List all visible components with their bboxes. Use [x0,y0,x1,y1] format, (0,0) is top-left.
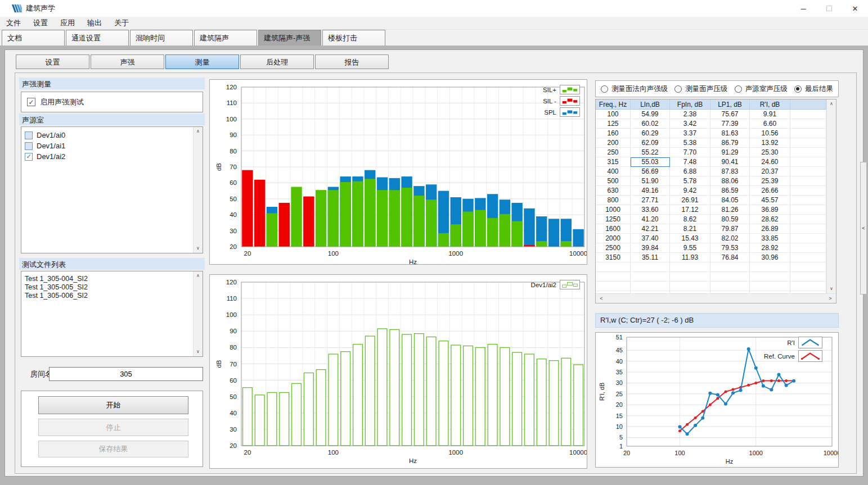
table-cell[interactable]: 1000 [596,205,631,215]
start-button[interactable]: 开始 [38,396,188,414]
close-button[interactable]: ✕ [842,0,868,17]
table-cell[interactable]: 81.26 [710,205,750,215]
table-cell[interactable]: 3150 [596,253,631,262]
scroll-up-icon[interactable]: ∧ [194,271,203,280]
side-panel-collapse-button[interactable]: < [860,162,867,294]
source-room-item[interactable]: ✓Dev1/ai2 [25,151,193,162]
table-cell[interactable]: 55.03 [631,157,670,167]
table-cell[interactable]: 200 [596,138,631,148]
main-tab-楼板打击[interactable]: 楼板打击 [322,30,385,46]
table-cell[interactable]: 5.78 [670,176,710,186]
table-cell[interactable]: 5.38 [670,138,710,148]
radio-icon[interactable] [794,85,802,93]
table-cell[interactable] [790,110,826,119]
table-cell[interactable] [790,282,826,291]
radio-icon[interactable] [674,85,682,93]
source-room-scrollbar[interactable]: ∧∨ [193,127,203,253]
table-cell[interactable]: 41.20 [631,215,670,224]
table-cell[interactable]: 51.90 [631,176,670,186]
table-cell[interactable]: 28.62 [750,215,790,224]
table-cell[interactable]: 55.22 [631,148,670,157]
table-cell[interactable]: 25.30 [750,148,790,157]
maximize-button[interactable] [816,0,842,17]
table-cell[interactable] [790,205,826,215]
table-cell[interactable]: 75.67 [710,110,750,119]
table-cell[interactable]: 79.87 [710,224,750,234]
table-cell[interactable]: 24.60 [750,157,790,167]
main-tab-建筑隔声[interactable]: 建筑隔声 [194,30,257,46]
radio-测量面法向声强级[interactable]: 测量面法向声强级 [601,84,668,94]
channel-checkbox[interactable] [25,132,33,139]
table-cell[interactable]: 2500 [596,243,631,253]
table-cell[interactable]: 500 [596,176,631,186]
table-cell[interactable]: 76.84 [710,253,750,262]
table-cell[interactable] [790,253,826,262]
table-cell[interactable] [790,272,826,282]
table-cell[interactable]: 100 [596,110,631,119]
table-cell[interactable]: 26.91 [670,196,710,205]
table-cell[interactable] [631,282,670,291]
table-cell[interactable]: 25.39 [750,176,790,186]
table-cell[interactable]: 36.89 [750,205,790,215]
source-room-item[interactable]: Dev1/ai1 [25,140,193,151]
table-cell[interactable] [670,272,710,282]
table-cell[interactable]: 84.05 [710,196,750,205]
table-cell[interactable]: 54.99 [631,110,670,119]
table-cell[interactable]: 77.39 [710,119,750,129]
table-cell[interactable]: 125 [596,119,631,129]
table-cell[interactable]: 49.16 [631,186,670,196]
table-cell[interactable] [790,176,826,186]
table-cell[interactable]: 8.62 [670,215,710,224]
table-cell[interactable]: 88.06 [710,176,750,186]
table-cell[interactable] [750,282,790,291]
table-cell[interactable]: 33.60 [631,205,670,215]
table-cell[interactable]: 11.93 [670,253,710,262]
save-result-button[interactable]: 保存结果 [38,441,188,457]
sub-tab-测量[interactable]: 测量 [165,55,239,69]
scroll-up-icon[interactable]: ∧ [827,99,836,108]
table-vertical-scrollbar[interactable]: ∧ ∨ [826,99,836,293]
table-cell[interactable]: 10.56 [750,129,790,138]
table-cell[interactable]: 9.42 [670,186,710,196]
radio-声源室声压级[interactable]: 声源室声压级 [735,84,788,94]
table-cell[interactable]: 1600 [596,224,631,234]
table-cell[interactable] [790,186,826,196]
table-cell[interactable]: 26.89 [750,224,790,234]
table-cell[interactable] [790,234,826,243]
table-cell[interactable]: 250 [596,148,631,157]
room-name-input[interactable] [49,367,203,381]
table-cell[interactable] [790,157,826,167]
table-cell[interactable]: 800 [596,196,631,205]
test-file-item[interactable]: Test 1_305-004_SI2 [25,274,193,283]
table-cell[interactable] [710,282,750,291]
sub-tab-后处理[interactable]: 后处理 [240,55,314,69]
table-cell[interactable]: 80.59 [710,215,750,224]
main-tab-混响时间[interactable]: 混响时间 [130,30,193,46]
enable-intensity-checkbox[interactable]: ✓ [27,98,35,106]
table-cell[interactable] [750,262,790,272]
menu-item-应用[interactable]: 应用 [60,18,75,28]
table-cell[interactable]: 30.96 [750,253,790,262]
radio-测量面声压级[interactable]: 测量面声压级 [674,84,727,94]
table-cell[interactable]: 2.38 [670,110,710,119]
table-cell[interactable]: 91.29 [710,148,750,157]
table-cell[interactable]: 315 [596,157,631,167]
scroll-down-icon[interactable]: ∨ [194,244,203,253]
stop-button[interactable]: 停止 [38,419,188,436]
table-cell[interactable]: 3.37 [670,129,710,138]
table-cell[interactable] [710,272,750,282]
table-cell[interactable]: 28.92 [750,243,790,253]
table-cell[interactable]: 56.69 [631,167,670,176]
table-cell[interactable]: 3.42 [670,119,710,129]
channel-checkbox[interactable]: ✓ [25,153,33,161]
table-cell[interactable] [790,129,826,138]
table-cell[interactable] [790,215,826,224]
test-file-scrollbar[interactable]: ∧∨ [193,271,203,356]
table-cell[interactable] [750,272,790,282]
table-cell[interactable] [670,262,710,272]
table-cell[interactable]: 7.70 [670,148,710,157]
main-tab-建筑隔声-声强[interactable]: 建筑隔声-声强 [258,30,321,46]
table-cell[interactable]: 26.66 [750,186,790,196]
menu-item-关于[interactable]: 关于 [114,18,129,28]
table-cell[interactable]: 42.21 [631,224,670,234]
